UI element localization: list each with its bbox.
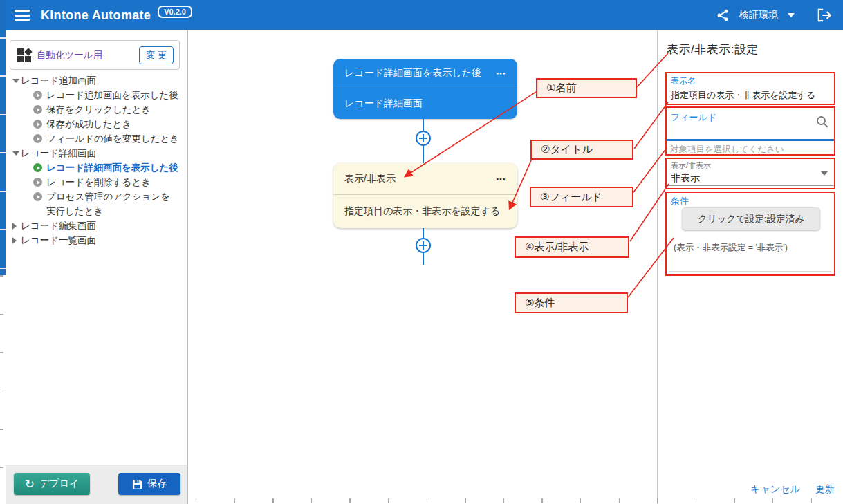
flow-canvas[interactable]: レコード詳細画面を表示した後 ⋯ レコード詳細画面 表示/非表示 ⋯ 指定項目の… [188,30,657,504]
add-step-button[interactable] [416,238,431,253]
trigger-node-title: レコード詳細画面を表示した後 [344,67,481,80]
tree-item-save-succeeded[interactable]: 保存が成功したとき [6,117,187,131]
visibility-label: 表示/非表示 [671,160,830,171]
cancel-link[interactable]: キャンセル [750,483,800,496]
tree-item-field-changed[interactable]: フィールドの値を変更したとき [6,131,187,146]
condition-set-button[interactable]: クリックで設定:設定済み [682,207,820,230]
environment-caret-icon[interactable] [788,13,795,17]
event-play-icon-active [33,163,42,172]
environment-selector-label[interactable]: 検証環境 [739,9,778,21]
app-card: 自動化ツール用 変 更 [10,40,180,70]
action-node-subtitle: 指定項目の表示・非表示を設定する [344,205,500,218]
display-name-value[interactable]: 指定項目の表示・非表示を設定する [671,89,830,102]
condition-section: 条件 クリックで設定:設定済み (表示・非表示設定 = '非表示') [665,192,835,276]
node-menu-icon[interactable]: ⋯ [496,174,506,185]
bottom-ruler-ticks [196,498,843,503]
save-button[interactable]: 保存 [118,473,180,495]
floppy-disk-icon [132,479,142,489]
app-grid-icon [17,48,31,62]
app-window: Kintone Automate V0.2.0 検証環境 自動化ツール用 変 更… [0,0,843,504]
field-label: フィールド [671,111,830,124]
share-icon[interactable] [716,8,730,22]
tree-item-process-action[interactable]: プロセス管理のアクションを実行したとき [6,189,187,218]
deploy-refresh-icon: ↻ [25,478,35,490]
sidebar: 自動化ツール用 変 更 レコード追加画面 レコード追加画面を表示した後 保存をク… [6,30,188,504]
expand-caret-icon[interactable] [12,233,21,248]
change-app-button[interactable]: 変 更 [139,46,174,64]
display-name-label: 表示名 [671,75,830,87]
tree-item-record-edit-screen[interactable]: レコード編集画面 [6,218,187,233]
tree-item-detail-screen-shown[interactable]: レコード詳細画面を表示した後 [6,160,187,175]
settings-panel: 表示/非表示:設定 表示名 指定項目の表示・非表示を設定する フィールド 対象項… [657,30,843,504]
annotation-box-name: ①名前 [536,78,637,98]
sidebar-footer: ↻ デプロイ 保存 [6,465,187,504]
condition-label: 条件 [671,195,830,207]
hamburger-menu-icon[interactable] [15,10,30,21]
tree-item-record-detail-screen[interactable]: レコード詳細画面 [6,146,187,160]
expand-caret-icon[interactable] [12,218,21,233]
search-icon[interactable] [815,115,829,131]
action-node[interactable]: 表示/非表示 ⋯ 指定項目の表示・非表示を設定する [333,163,517,228]
tree-item-record-list-screen[interactable]: レコード一覧画面 [6,233,187,248]
annotation-box-title: ②タイトル [530,140,633,160]
add-step-button[interactable] [416,131,431,146]
tree-item-save-clicked[interactable]: 保存をクリックしたとき [6,102,187,117]
collapse-caret-icon[interactable] [12,73,21,88]
left-ruler-ticks [0,275,3,504]
app-title: Kintone Automate [41,8,151,23]
condition-divider [669,271,831,272]
trigger-node[interactable]: レコード詳細画面を表示した後 ⋯ レコード詳細画面 [333,59,517,119]
tree-item-record-add-screen[interactable]: レコード追加画面 [6,73,187,88]
event-tree: レコード追加画面 レコード追加画面を表示した後 保存をクリックしたとき 保存が成… [6,73,187,248]
visibility-value[interactable]: 非表示 [671,172,830,185]
field-search-field[interactable]: フィールド 対象項目を選択してください [665,106,835,156]
annotation-box-visibility: ④表示/非表示 [515,236,629,258]
collapse-caret-icon[interactable] [12,146,21,160]
deploy-button[interactable]: ↻ デプロイ [14,473,90,495]
condition-summary: (表示・非表示設定 = '非表示') [674,242,788,254]
panel-title: 表示/非表示:設定 [667,41,759,57]
display-name-field[interactable]: 表示名 指定項目の表示・非表示を設定する [665,72,835,105]
event-play-icon [33,178,42,187]
select-underline [667,185,834,186]
version-badge: V0.2.0 [158,6,192,18]
action-node-title: 表示/非表示 [344,173,396,185]
left-edge-strip [0,0,6,275]
tree-item-add-screen-shown[interactable]: レコード追加画面を表示した後 [6,88,187,102]
event-play-icon [33,91,42,100]
annotation-box-field: ③フィールド [530,187,633,207]
app-name-link[interactable]: 自動化ツール用 [37,49,102,62]
logout-icon[interactable] [817,8,832,22]
field-helper-text: 対象項目を選択してください [670,144,784,156]
select-caret-icon[interactable] [821,171,828,176]
event-play-icon [33,105,42,114]
annotation-box-condition: ⑤条件 [515,292,628,313]
event-play-icon [33,192,42,201]
tree-item-record-delete[interactable]: レコードを削除するとき [6,175,187,189]
node-menu-icon[interactable]: ⋯ [496,68,506,79]
visibility-select[interactable]: 表示/非表示 非表示 [665,158,835,189]
field-input-underline [667,139,834,141]
event-play-icon [33,120,42,129]
update-link[interactable]: 更新 [815,483,835,496]
top-header-bar: Kintone Automate V0.2.0 検証環境 [0,0,843,30]
trigger-node-subtitle: レコード詳細画面 [344,97,423,110]
event-play-icon [33,134,42,143]
